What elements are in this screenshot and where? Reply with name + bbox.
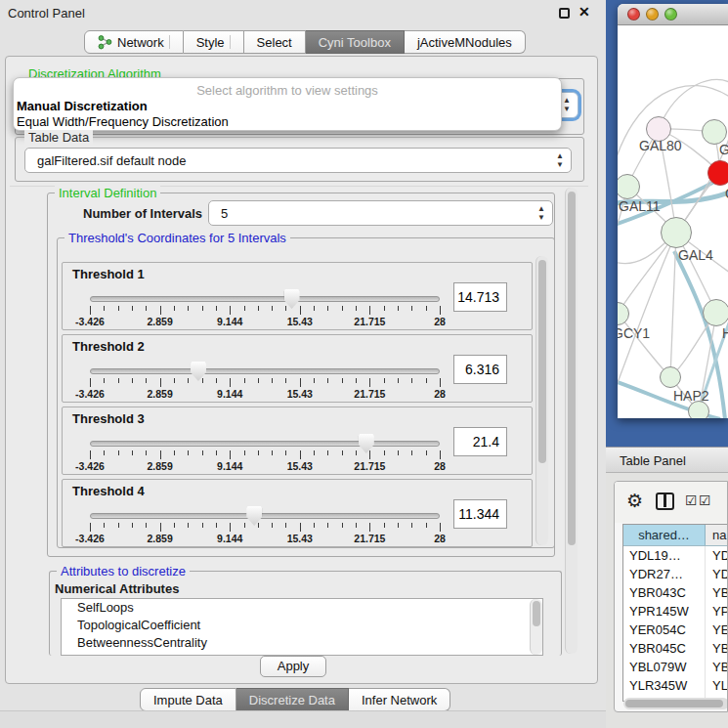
close-traffic-light-icon[interactable] — [627, 8, 640, 21]
tick-mark — [327, 523, 328, 528]
tick-mark — [146, 523, 147, 528]
network-node[interactable] — [661, 217, 692, 248]
tab-select[interactable]: Select — [244, 30, 306, 54]
tick-mark — [356, 523, 357, 528]
cell-shared-name: YBR043C — [623, 583, 706, 602]
number-of-intervals-combo[interactable]: 5 ▲▼ — [208, 200, 553, 226]
table-horizontal-scrollbar-thumb[interactable] — [625, 700, 723, 707]
tick-label: 28 — [434, 533, 446, 544]
table-row[interactable]: YBL079WYBL0 — [623, 658, 728, 676]
minimize-traffic-light-icon[interactable] — [646, 8, 659, 21]
tick-mark — [258, 523, 259, 528]
attribute-list-item[interactable]: SelfLoops — [62, 599, 542, 617]
threshold-slider-track[interactable] — [90, 513, 440, 519]
threshold-value-field[interactable]: 6.316 — [453, 355, 507, 384]
attribute-list-item[interactable]: BetweennessCentrality — [62, 634, 542, 652]
tick-mark — [118, 523, 119, 528]
tick-mark — [285, 378, 286, 383]
tab-style[interactable]: Style — [184, 30, 244, 54]
threshold-panel-4: Threshold 4 -3.4262.8599.14415.4321.7152… — [62, 479, 533, 547]
tick-label: 9.144 — [217, 316, 242, 327]
tab-network[interactable]: Network — [84, 30, 184, 54]
tick-label: 28 — [434, 316, 446, 327]
combo-stepper-icon: ▲▼ — [556, 151, 564, 169]
threshold-value-field[interactable]: 14.713 — [453, 282, 507, 312]
table-row[interactable]: YBR043CYBR0 — [623, 583, 728, 602]
tab-infer-network[interactable]: Infer Network — [349, 688, 450, 711]
tick-mark — [411, 523, 412, 528]
table-row[interactable]: YBR045CYBR0 — [623, 639, 728, 658]
threshold-panel-1: Threshold 1 -3.4262.8599.14415.4321.7152… — [62, 262, 533, 330]
tick-label: 21.715 — [354, 316, 385, 327]
tick-mark — [300, 378, 301, 387]
network-node[interactable] — [707, 160, 728, 186]
tick-mark — [327, 306, 328, 311]
threshold-slider-track[interactable] — [90, 296, 440, 302]
tab-cyni-toolbox-label: Cyni Toolbox — [319, 35, 391, 50]
tab-jactivemnodules[interactable]: jActiveMNodules — [405, 30, 526, 54]
tab-cyni-toolbox[interactable]: Cyni Toolbox — [306, 30, 405, 54]
column-header-name[interactable]: na — [706, 525, 728, 545]
tick-mark — [160, 378, 161, 387]
settings-scrollbar-thumb[interactable] — [568, 192, 576, 545]
numerical-attributes-list: SelfLoopsTopologicalCoefficientBetweenne… — [61, 598, 543, 656]
option-manual-discretization[interactable]: Manual Discretization — [17, 99, 148, 113]
thresholds-scrollbar[interactable] — [535, 256, 548, 545]
threshold-slider-track[interactable] — [90, 441, 440, 447]
tab-separator — [169, 35, 170, 49]
table-row[interactable]: YLR345WYLR3 — [623, 676, 728, 695]
tab-impute-data[interactable]: Impute Data — [140, 688, 236, 711]
tick-mark — [132, 450, 133, 455]
slider-ticks — [90, 523, 440, 533]
threshold-value-field[interactable]: 11.344 — [453, 499, 507, 529]
tick-mark — [342, 450, 343, 455]
bottom-tab-bar: Impute Data Discretize Data Infer Networ… — [140, 688, 450, 711]
tab-select-label: Select — [257, 35, 292, 50]
checkbox-icon[interactable]: ☑ — [685, 492, 698, 508]
table-data-combo[interactable]: galFiltered.sif default node ▲▼ — [24, 148, 572, 173]
tick-mark — [188, 450, 189, 455]
table-row[interactable]: YER054CYER0 — [623, 621, 728, 639]
zoom-traffic-light-icon[interactable] — [664, 8, 677, 21]
cell-shared-name: YPR145W — [623, 602, 706, 621]
attribute-list-item[interactable]: TopologicalCoefficient — [62, 617, 542, 634]
tick-mark — [216, 306, 217, 311]
algorithm-hint: Select algorithm to view settings — [14, 83, 561, 98]
float-window-icon[interactable] — [559, 8, 570, 19]
attributes-list-scrollbar[interactable] — [530, 599, 542, 655]
split-columns-icon[interactable] — [656, 492, 674, 510]
network-node[interactable] — [660, 366, 681, 388]
close-icon[interactable]: ✕ — [578, 4, 590, 20]
tick-mark — [342, 378, 343, 383]
tick-mark — [118, 306, 119, 311]
tick-mark — [258, 306, 259, 311]
table-horizontal-scrollbar[interactable] — [623, 698, 728, 709]
gear-icon[interactable]: ⚙ — [626, 490, 643, 512]
threshold-slider-track[interactable] — [90, 368, 440, 374]
tick-mark — [160, 450, 161, 459]
column-header-shared-name[interactable]: shared… — [623, 525, 706, 545]
network-canvas[interactable]: GAL80GACGAL11GAL4GCY1HHAP2 — [618, 26, 728, 418]
number-of-intervals-value: 5 — [221, 206, 228, 221]
attributes-list-scrollbar-thumb[interactable] — [533, 601, 540, 626]
table-row[interactable]: YDL19…YDL1 — [623, 546, 728, 565]
network-node[interactable] — [703, 299, 728, 326]
tick-mark — [272, 378, 273, 383]
table-row[interactable]: YPR145WYPR1 — [623, 602, 728, 621]
network-node[interactable] — [688, 401, 709, 418]
tab-infer-network-label: Infer Network — [362, 693, 437, 707]
tick-label: -3.426 — [75, 316, 105, 327]
checkbox-icon[interactable]: ☑ — [699, 492, 711, 508]
threshold-value-field[interactable]: 21.4 — [453, 427, 507, 456]
tick-mark — [230, 450, 231, 459]
table-row[interactable]: YDR27…YDR2 — [623, 565, 728, 583]
tick-mark — [230, 378, 231, 387]
apply-button[interactable]: Apply — [260, 656, 326, 677]
settings-scrollbar[interactable] — [565, 188, 578, 654]
tick-mark — [314, 306, 315, 311]
tab-discretize-data[interactable]: Discretize Data — [236, 688, 349, 711]
tab-style-label: Style — [196, 35, 225, 50]
tick-mark — [384, 378, 385, 383]
thresholds-scrollbar-thumb[interactable] — [538, 260, 546, 463]
option-equal-width-frequency[interactable]: Equal Width/Frequency Discretization — [17, 114, 229, 129]
